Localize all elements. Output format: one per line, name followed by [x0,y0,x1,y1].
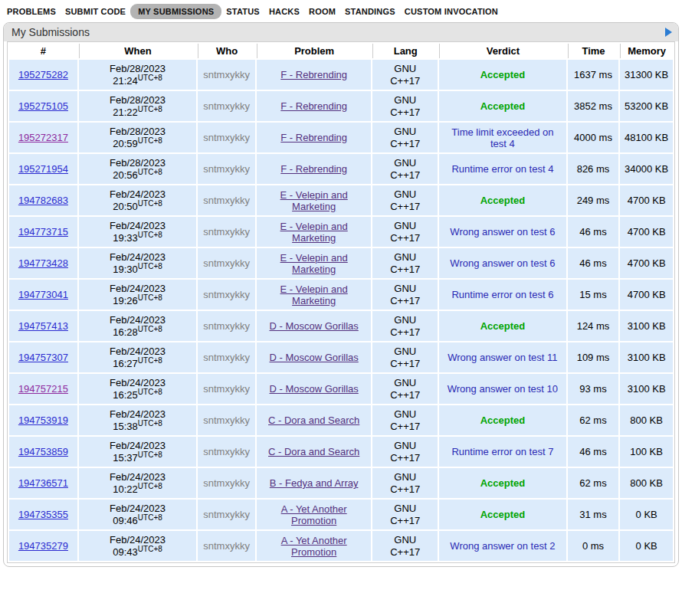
nav-item-my-submissions[interactable]: MY SUBMISSIONS [130,4,221,19]
submission-who: sntmxykky [198,123,255,152]
submission-id-link[interactable]: 195275282 [18,69,68,80]
submission-lang: GNU C++17 [372,468,438,498]
submission-lang: GNU C++17 [372,280,438,310]
problem-link[interactable]: E - Velepin and Marketing [280,283,348,306]
submission-when-cell: Feb/24/2023 19:33UTC+8 [79,217,196,247]
submission-id-link[interactable]: 194753919 [18,414,68,426]
column-header-who: Who [198,44,255,58]
submission-date: Feb/24/2023 [82,440,193,451]
submission-id-link[interactable]: 195275105 [18,100,68,112]
submission-problem-cell: F - Rebrending [257,123,371,152]
problem-link[interactable]: E - Velepin and Marketing [280,189,348,212]
problem-link[interactable]: D - Moscow Gorillas [270,383,359,395]
submission-when-cell: Feb/24/2023 19:26UTC+8 [79,280,196,310]
submission-who: sntmxykky [198,405,255,435]
problem-link[interactable]: B - Fedya and Array [270,477,359,489]
verdict-text: Wrong answer on test 2 [450,540,555,552]
exec-time: 31 ms [568,500,619,529]
nav-item-submit-code[interactable]: SUBMIT CODE [61,4,130,19]
submission-problem-cell: C - Dora and Search [257,437,371,467]
submission-when-cell: Feb/24/2023 20:50UTC+8 [79,185,196,215]
submission-id-link[interactable]: 194735355 [18,509,68,520]
problem-link[interactable]: D - Moscow Gorillas [270,320,359,332]
table-row: 194773428 Feb/24/2023 19:30UTC+8 sntmxyk… [9,248,673,278]
exec-time: 62 ms [568,405,619,435]
submission-id-cell: 194736571 [9,468,77,498]
submission-id-link[interactable]: 194782683 [18,195,68,206]
table-row: 195272317 Feb/28/2023 20:59UTC+8 sntmxyk… [9,123,673,152]
problem-link[interactable]: D - Moscow Gorillas [270,352,359,363]
submission-problem-cell: C - Dora and Search [257,405,371,435]
problem-link[interactable]: E - Velepin and Marketing [280,252,348,275]
verdict-text: Wrong answer on test 10 [448,383,558,395]
submission-who: sntmxykky [198,500,255,529]
submission-lang: GNU C++17 [372,217,438,247]
submission-id-cell: 194757307 [9,342,77,372]
submission-verdict-cell: Accepted [439,468,566,498]
submission-id-link[interactable]: 194753859 [18,446,68,457]
memory-used: 3100 KB [620,311,673,341]
memory-used: 0 KB [620,531,673,561]
timezone-label: UTC+8 [138,168,162,176]
submission-id-cell: 195275105 [9,91,77,121]
problem-link[interactable]: A - Yet Another Promotion [281,503,347,526]
problem-link[interactable]: F - Rebrending [280,69,347,80]
submission-when-cell: Feb/24/2023 09:43UTC+8 [79,531,196,561]
submission-time: 20:50 [113,201,138,212]
timezone-label: UTC+8 [138,325,162,333]
verdict-text: Wrong answer on test 6 [450,257,555,269]
submission-problem-cell: E - Velepin and Marketing [257,280,371,310]
submission-verdict-cell: Runtime error on test 7 [439,437,566,467]
memory-used: 4700 KB [620,217,673,247]
verdict-text: Wrong answer on test 11 [448,352,557,363]
timezone-label: UTC+8 [138,451,162,459]
table-row: 194753859 Feb/24/2023 15:37UTC+8 sntmxyk… [9,437,673,467]
nav-item-hacks[interactable]: HACKS [264,4,304,19]
table-row: 194735279 Feb/24/2023 09:43UTC+8 sntmxyk… [9,531,673,561]
column-header-verdict: Verdict [439,44,566,58]
submission-id-link[interactable]: 194773715 [18,226,68,238]
problem-link[interactable]: A - Yet Another Promotion [281,535,347,558]
nav-item-custom-invocation[interactable]: CUSTOM INVOCATION [400,4,503,19]
nav-item-standings[interactable]: STANDINGS [340,4,400,19]
submissions-tbody: 195275282 Feb/28/2023 21:24UTC+8 sntmxyk… [9,60,673,561]
problem-link[interactable]: C - Dora and Search [268,446,359,457]
submission-verdict-cell: Wrong answer on test 2 [439,531,566,561]
submission-verdict-cell: Accepted [439,500,566,529]
problem-link[interactable]: F - Rebrending [280,163,347,175]
timezone-label: UTC+8 [138,262,162,270]
nav-item-room[interactable]: ROOM [304,4,340,19]
submission-lang: GNU C++17 [372,60,438,90]
nav-item-problems[interactable]: PROBLEMS [2,4,61,19]
verdict-text: Wrong answer on test 6 [450,226,555,238]
submission-id-link[interactable]: 195271954 [18,163,68,175]
submission-when-cell: Feb/24/2023 09:46UTC+8 [79,500,196,529]
submission-id-link[interactable]: 194757215 [18,383,68,395]
submission-time: 16:25 [113,389,138,401]
problem-link[interactable]: C - Dora and Search [268,414,359,426]
submission-id-link[interactable]: 195272317 [18,132,68,143]
submission-id-link[interactable]: 194773428 [18,257,68,269]
table-row: 194773715 Feb/24/2023 19:33UTC+8 sntmxyk… [9,217,673,247]
submission-id-link[interactable]: 194735279 [18,540,68,552]
table-header-row: # When Who Problem Lang Verdict Time Mem… [9,44,673,58]
submission-id-link[interactable]: 194773041 [18,289,68,300]
nav-item-status[interactable]: STATUS [221,4,264,19]
submission-id-link[interactable]: 194757307 [18,352,68,363]
submission-time: 19:30 [113,264,138,275]
problem-link[interactable]: F - Rebrending [280,100,347,112]
submission-id-link[interactable]: 194736571 [18,477,68,489]
submission-time: 16:27 [113,358,138,369]
verdict-text: Accepted [480,414,526,426]
next-page-arrow-icon[interactable] [665,28,672,37]
problem-link[interactable]: F - Rebrending [280,132,347,143]
memory-used: 3100 KB [620,342,673,372]
problem-link[interactable]: E - Velepin and Marketing [280,221,348,244]
submission-date: Feb/24/2023 [82,220,193,231]
submission-lang: GNU C++17 [372,123,438,152]
submission-id-cell: 195272317 [9,123,77,152]
submission-verdict-cell: Accepted [439,405,566,435]
verdict-text: Accepted [480,509,526,520]
submission-id-link[interactable]: 194757413 [18,320,68,332]
submissions-panel: My Submissions # When Who Problem Lang V… [3,22,679,567]
